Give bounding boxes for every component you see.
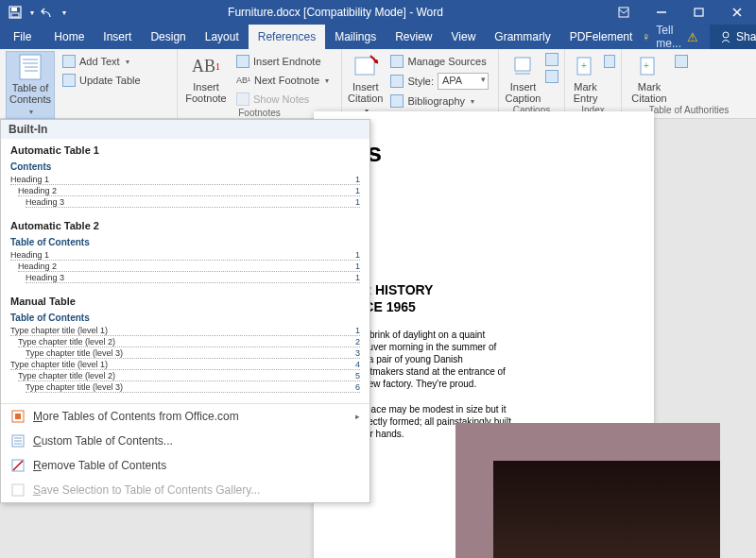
table-of-contents-button[interactable]: Table of Contents ▾	[6, 51, 55, 119]
add-text-button[interactable]: Add Text▾	[59, 53, 145, 70]
page-number-text: 24	[342, 253, 626, 278]
mark-entry-button[interactable]: + Mark Entry	[571, 51, 600, 104]
tab-layout[interactable]: Layout	[196, 25, 249, 49]
next-footnote-icon: AB¹	[236, 76, 250, 85]
toc-preview-row: Heading 11	[10, 250, 360, 261]
svg-rect-14	[355, 58, 374, 75]
svg-rect-3	[619, 8, 628, 17]
svg-point-15	[374, 59, 378, 63]
custom-toc-button[interactable]: Custom Table of Contents...	[1, 429, 369, 453]
toc-gallery-dropdown: Built-In Automatic Table 1 Contents Head…	[0, 119, 370, 503]
page-heading-partial: nts	[342, 138, 626, 168]
svg-rect-23	[15, 414, 21, 419]
qat-caret-icon[interactable]: ▾	[30, 8, 34, 17]
toc-preview-row: Heading 21	[18, 186, 360, 196]
document-area[interactable]: nts 24 OUR HISTORYSINCE 1965 At the brin…	[370, 119, 756, 558]
add-text-icon	[62, 55, 76, 68]
insert-citation-button[interactable]: Insert Citation ▾	[348, 51, 383, 117]
bibliography-button[interactable]: Bibliography▾	[387, 93, 492, 110]
tab-review[interactable]: Review	[386, 25, 441, 49]
remove-toc-icon	[10, 458, 26, 473]
insert-footnote-button[interactable]: AB1 Insert Footnote	[183, 51, 229, 104]
citation-style-select[interactable]: Style: APA	[387, 72, 492, 91]
toc-option-automatic-2[interactable]: Automatic Table 2 Table of Contents Head…	[1, 214, 369, 290]
show-notes-icon	[236, 93, 249, 106]
style-icon	[390, 75, 404, 88]
svg-rect-16	[515, 58, 530, 71]
tab-file[interactable]: File	[0, 25, 44, 49]
titlebar: ▾ ▾ Furniture.docx [Compatibility Mode] …	[0, 0, 756, 25]
tab-mailings[interactable]: Mailings	[325, 25, 386, 49]
tab-design[interactable]: Design	[141, 25, 195, 49]
toc-preview-row: Heading 31	[26, 197, 360, 208]
svg-point-8	[723, 32, 729, 38]
remove-toc-button[interactable]: Remove Table of Contents	[1, 453, 369, 478]
svg-text:+: +	[644, 60, 649, 71]
toc-preview-row: Type chapter title (level 3)3	[26, 348, 360, 359]
tellme-input[interactable]: Tell me...	[656, 24, 681, 50]
style-dropdown[interactable]: APA	[438, 73, 489, 90]
show-notes-button[interactable]: Show Notes	[232, 91, 333, 108]
toc-preview-row: Type chapter title (level 1)4	[10, 360, 360, 370]
group-label-footnotes: Footnotes	[183, 108, 335, 119]
window-controls	[605, 0, 756, 25]
window-title: Furniture.docx [Compatibility Mode] - Wo…	[66, 6, 605, 19]
toc-option-automatic-1[interactable]: Automatic Table 1 Contents Heading 11Hea…	[1, 139, 369, 214]
custom-toc-icon	[10, 433, 26, 448]
update-table-icon	[62, 74, 76, 87]
footnote-icon: AB1	[193, 53, 219, 79]
manage-sources-icon	[390, 55, 404, 68]
update-table-button[interactable]: Update Table	[59, 72, 145, 89]
tab-pdfelement[interactable]: PDFelement	[560, 25, 643, 49]
toc-preview-row: Type chapter title (level 1)1	[10, 326, 360, 336]
ribbon-display-options-icon[interactable]	[605, 0, 643, 25]
svg-text:+: +	[581, 60, 587, 71]
image-placeholder	[493, 461, 720, 558]
tab-home[interactable]: Home	[44, 25, 94, 49]
tab-references[interactable]: References	[249, 25, 325, 49]
next-footnote-button[interactable]: AB¹Next Footnote▾	[232, 72, 333, 89]
tab-grammarly[interactable]: Grammarly	[485, 25, 559, 49]
share-button[interactable]: Share	[710, 25, 756, 49]
svg-rect-1	[11, 8, 17, 11]
caption-icon	[510, 53, 537, 79]
quick-access-toolbar: ▾ ▾	[0, 5, 66, 20]
caption-extra-icon-2[interactable]	[545, 70, 558, 83]
undo-icon[interactable]	[40, 5, 55, 20]
authorities-extra-icon[interactable]	[675, 55, 688, 68]
maximize-button[interactable]	[680, 0, 718, 25]
more-toc-office-button[interactable]: More Tables of Contents from Office.com …	[1, 404, 369, 429]
insert-endnote-button[interactable]: Insert Endnote	[232, 53, 333, 70]
citation-icon	[352, 53, 379, 79]
insert-caption-button[interactable]: Insert Caption	[505, 51, 541, 104]
save-selection-icon	[10, 482, 26, 498]
manage-sources-button[interactable]: Manage Sources	[387, 53, 492, 70]
index-extra-icon[interactable]	[604, 55, 615, 68]
caption-extra-icon-1[interactable]	[545, 53, 558, 66]
svg-rect-30	[12, 484, 24, 496]
mark-entry-icon: +	[573, 53, 599, 79]
save-selection-toc-button: Save Selection to Table of Contents Gall…	[1, 478, 369, 502]
history-heading: OUR HISTORYSINCE 1965	[342, 281, 626, 315]
share-icon	[719, 30, 732, 43]
endnote-icon	[236, 55, 249, 68]
bibliography-icon	[390, 94, 404, 108]
svg-rect-5	[695, 8, 703, 16]
ribbon-tabbar: File Home Insert Design Layout Reference…	[0, 25, 756, 49]
save-icon[interactable]	[8, 5, 23, 20]
tab-view[interactable]: View	[442, 25, 486, 49]
tellme-lamp-icon[interactable]: ♀	[642, 30, 650, 43]
toc-option-manual[interactable]: Manual Table Table of Contents Type chap…	[1, 290, 369, 399]
mark-citation-button[interactable]: + Mark Citation	[627, 51, 671, 104]
warning-icon[interactable]: ⚠	[687, 30, 698, 44]
share-label: Share	[736, 30, 756, 43]
mark-citation-icon: +	[636, 53, 662, 79]
toc-preview-row: Type chapter title (level 2)5	[18, 371, 360, 381]
minimize-button[interactable]	[643, 0, 680, 25]
close-button[interactable]	[718, 0, 756, 25]
toc-preview-row: Heading 31	[26, 273, 360, 283]
toc-preview-row: Type chapter title (level 2)2	[18, 337, 360, 347]
toc-preview-row: Heading 11	[10, 175, 360, 185]
tab-insert[interactable]: Insert	[94, 25, 141, 49]
toc-preview-row: Heading 21	[18, 262, 360, 272]
